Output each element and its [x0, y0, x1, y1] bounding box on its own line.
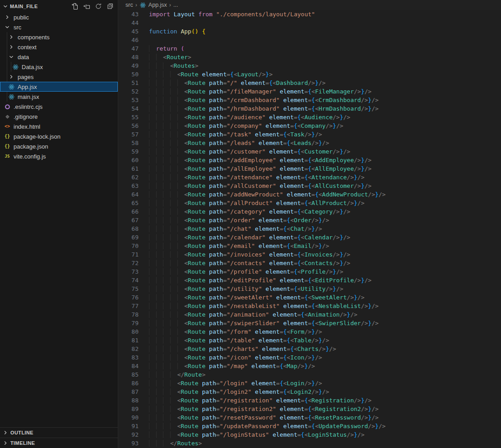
- tree-item-label: Data.jsx: [22, 64, 43, 70]
- tree-item-label: package.json: [14, 143, 48, 150]
- chevron-right-icon: [2, 429, 9, 437]
- code-line-48[interactable]: 48 <Router>: [119, 53, 501, 61]
- line-number: 90: [119, 413, 139, 422]
- code-line-78[interactable]: 78 <Route path="/animation" element={<An…: [119, 310, 501, 319]
- refresh-explorer-icon[interactable]: [93, 1, 103, 11]
- code-line-57[interactable]: 57 <Route path="/task" element={<Task/>}…: [119, 130, 501, 139]
- code-line-76[interactable]: 76 <Route path="/sweetAlert" element={<S…: [119, 293, 501, 302]
- code-line-55[interactable]: 55 <Route path="/audience" element={<Aud…: [119, 113, 501, 121]
- code-text: <Route path="/hrmDashboard" element={<Hr…: [149, 104, 379, 113]
- code-line-50[interactable]: 50 <Route element={<Layout/>}>: [119, 70, 501, 79]
- code-line-46[interactable]: 46: [119, 36, 501, 44]
- code-line-47[interactable]: 47 return (: [119, 44, 501, 53]
- tree-item-data-jsx[interactable]: Data.jsx: [0, 62, 118, 72]
- code-line-59[interactable]: 59 <Route path="/customer" element={<Cus…: [119, 147, 501, 156]
- code-line-74[interactable]: 74 <Route path="/editProfile" element={<…: [119, 276, 501, 285]
- code-line-85[interactable]: 85 </Route>: [119, 370, 501, 379]
- timeline-panel-header[interactable]: TIMELINE: [0, 438, 118, 448]
- timeline-panel-label: TIMELINE: [10, 440, 35, 446]
- code-line-45[interactable]: 45function App() {: [119, 27, 501, 36]
- tree-item-src[interactable]: src: [0, 22, 118, 32]
- code-line-49[interactable]: 49 <Routes>: [119, 61, 501, 70]
- code-line-71[interactable]: 71 <Route path="/invoices" element={<Inv…: [119, 250, 501, 259]
- line-number: 63: [119, 182, 139, 190]
- code-line-92[interactable]: 92 <Route path="/loginStatus" element={<…: [119, 430, 501, 439]
- breadcrumb-item[interactable]: ...: [173, 2, 178, 8]
- code-line-84[interactable]: 84 <Route path="/map" element={<Map/>}/>: [119, 362, 501, 370]
- tree-item-app-jsx[interactable]: App.jsx: [0, 82, 118, 92]
- code-line-93[interactable]: 93 </Routes>: [119, 439, 501, 448]
- code-line-81[interactable]: 81 <Route path="/table" element={<Table/…: [119, 336, 501, 345]
- tree-item-data[interactable]: data: [0, 52, 118, 62]
- collapse-folders-icon[interactable]: [105, 1, 115, 11]
- code-line-70[interactable]: 70 <Route path="/email" element={<Email/…: [119, 242, 501, 250]
- line-number: 91: [119, 422, 139, 430]
- code-line-43[interactable]: 43import Layout from "./components/layou…: [119, 10, 501, 19]
- tree-item-index-html[interactable]: <>index.html: [0, 121, 118, 131]
- tree-item-package-json[interactable]: {}package.json: [0, 141, 118, 151]
- code-line-61[interactable]: 61 <Route path="/allEmployee" element={<…: [119, 164, 501, 173]
- code-text: <Route path="/updatePassword" element={<…: [149, 422, 385, 430]
- new-file-icon[interactable]: [70, 1, 80, 11]
- code-line-88[interactable]: 88 <Route path="/registration" element={…: [119, 396, 501, 405]
- code-text: <Route path="/map" element={<Map/>}/>: [149, 362, 315, 370]
- code-line-65[interactable]: 65 <Route path="/allProduct" element={<A…: [119, 199, 501, 207]
- code-line-62[interactable]: 62 <Route path="/attendance" element={<A…: [119, 173, 501, 182]
- code-line-80[interactable]: 80 <Route path="/form" element={<Form/>}…: [119, 327, 501, 336]
- code-line-60[interactable]: 60 <Route path="/addEmployee" element={<…: [119, 156, 501, 164]
- code-line-75[interactable]: 75 <Route path="/utility" element={<Util…: [119, 285, 501, 293]
- code-line-63[interactable]: 63 <Route path="/allCustomer" element={<…: [119, 182, 501, 190]
- tree-item-package-lock-json[interactable]: {}package-lock.json: [0, 131, 118, 141]
- tree-item-label: public: [14, 14, 29, 21]
- tree-item-public[interactable]: public: [0, 12, 118, 22]
- line-number: 58: [119, 139, 139, 147]
- code-line-54[interactable]: 54 <Route path="/hrmDashboard" element={…: [119, 104, 501, 113]
- code-line-69[interactable]: 69 <Route path="/calendar" element={<Cal…: [119, 233, 501, 242]
- breadcrumb-item[interactable]: App.jsx: [148, 2, 167, 8]
- code-area[interactable]: 43import Layout from "./components/layou…: [119, 10, 501, 448]
- line-number: 75: [119, 285, 139, 293]
- code-line-68[interactable]: 68 <Route path="/chat" element={<Chat/>}…: [119, 224, 501, 233]
- tree-item-label: pages: [18, 74, 33, 80]
- tree-item-eslintrc-cjs[interactable]: .eslintrc.cjs: [0, 102, 118, 112]
- code-text: <Route path="/icon" element={<Icon/>}/>: [149, 353, 322, 362]
- code-line-90[interactable]: 90 <Route path="/resetPassword" element=…: [119, 413, 501, 422]
- breadcrumb-item[interactable]: src: [125, 2, 133, 8]
- code-line-83[interactable]: 83 <Route path="/icon" element={<Icon/>}…: [119, 353, 501, 362]
- code-line-66[interactable]: 66 <Route path="/category" element={<Cat…: [119, 207, 501, 216]
- code-text: <Route path="/swiperSlider" element={<Sw…: [149, 319, 379, 327]
- code-line-89[interactable]: 89 <Route path="/registration2" element=…: [119, 405, 501, 413]
- code-line-51[interactable]: 51 <Route path="/" element={<Dashboard/>…: [119, 79, 501, 87]
- explorer-toolbar: [70, 1, 115, 11]
- code-line-56[interactable]: 56 <Route path="/company" element={<Comp…: [119, 121, 501, 130]
- tree-item-gitignore[interactable]: .gitignore: [0, 112, 118, 121]
- line-number: 76: [119, 293, 139, 302]
- code-line-87[interactable]: 87 <Route path="/login2" element={<Login…: [119, 387, 501, 396]
- code-line-86[interactable]: 86 <Route path="/login" element={<Login/…: [119, 379, 501, 387]
- tree-item-main-jsx[interactable]: main.jsx: [0, 92, 118, 102]
- code-line-77[interactable]: 77 <Route path="/nestableList" element={…: [119, 302, 501, 310]
- code-text: <Route path="/addNewProduct" element={<A…: [149, 190, 385, 199]
- tree-item-vite-config-js[interactable]: JSvite.config.js: [0, 151, 118, 161]
- tree-item-components[interactable]: components: [0, 32, 118, 42]
- code-text: <Route path="/customer" element={<Custom…: [149, 147, 350, 156]
- line-number: 74: [119, 276, 139, 285]
- code-line-52[interactable]: 52 <Route path="/fileManager" element={<…: [119, 87, 501, 96]
- tree-item-pages[interactable]: pages: [0, 72, 118, 82]
- code-line-91[interactable]: 91 <Route path="/updatePassword" element…: [119, 422, 501, 430]
- code-line-79[interactable]: 79 <Route path="/swiperSlider" element={…: [119, 319, 501, 327]
- html-icon: <>: [3, 122, 11, 131]
- new-folder-icon[interactable]: [82, 1, 92, 11]
- code-line-82[interactable]: 82 <Route path="/charts" element={<Chart…: [119, 345, 501, 353]
- code-line-72[interactable]: 72 <Route path="/contacts" element={<Con…: [119, 259, 501, 267]
- outline-panel-header[interactable]: OUTLINE: [0, 427, 118, 438]
- code-line-53[interactable]: 53 <Route path="/crmDashboard" element={…: [119, 96, 501, 104]
- tree-item-context[interactable]: context: [0, 42, 118, 52]
- explorer-section-header[interactable]: MAIN_FILE: [0, 0, 118, 12]
- code-line-67[interactable]: 67 <Route path="/order" element={<Order/…: [119, 216, 501, 224]
- code-line-44[interactable]: 44: [119, 19, 501, 27]
- chevron-down-icon: [7, 53, 15, 61]
- code-line-64[interactable]: 64 <Route path="/addNewProduct" element=…: [119, 190, 501, 199]
- code-line-73[interactable]: 73 <Route path="/profile" element={<Prof…: [119, 267, 501, 276]
- code-line-58[interactable]: 58 <Route path="/leads" element={<Leads/…: [119, 139, 501, 147]
